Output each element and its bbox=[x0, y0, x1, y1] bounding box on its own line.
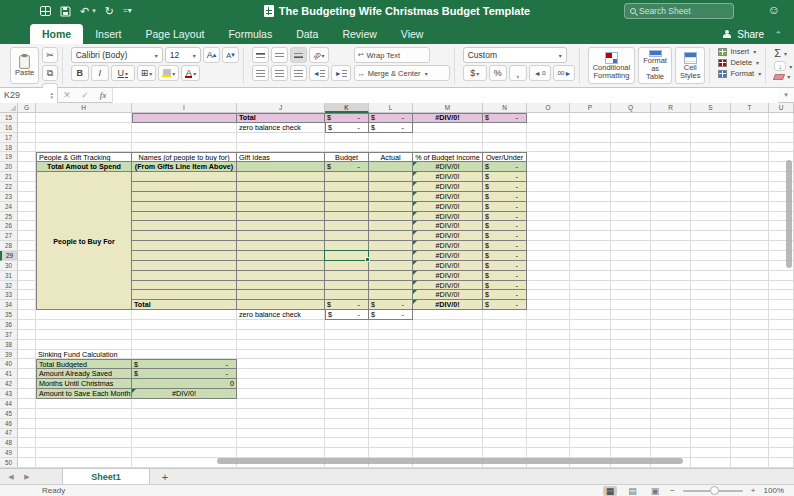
cell-O36[interactable] bbox=[527, 320, 570, 330]
cell-K31[interactable] bbox=[325, 271, 369, 281]
cell-L37[interactable] bbox=[369, 330, 413, 340]
cell-Q39[interactable] bbox=[611, 350, 651, 360]
tab-data[interactable]: Data bbox=[284, 24, 330, 44]
cell-U35[interactable] bbox=[769, 310, 794, 320]
cell-M34[interactable]: #DIV/0! bbox=[413, 300, 483, 310]
cell-T49[interactable] bbox=[731, 448, 769, 458]
cell-M36[interactable] bbox=[413, 320, 483, 330]
cell-I18[interactable] bbox=[132, 143, 237, 153]
collapse-ribbon-icon[interactable]: ⌃ bbox=[774, 30, 782, 40]
cell-O46[interactable] bbox=[527, 419, 570, 429]
cell-J34[interactable] bbox=[237, 300, 325, 310]
cell-S38[interactable] bbox=[691, 340, 731, 350]
cell-J24[interactable] bbox=[237, 202, 325, 212]
cell-P40[interactable] bbox=[570, 359, 611, 369]
column-header-S[interactable]: S bbox=[691, 103, 731, 113]
cell-O40[interactable] bbox=[527, 359, 570, 369]
cell-I32[interactable] bbox=[132, 281, 237, 291]
cell-N46[interactable] bbox=[483, 419, 527, 429]
cell-O25[interactable] bbox=[527, 212, 570, 222]
cell-J35[interactable]: zero balance check bbox=[237, 310, 325, 320]
cell-O30[interactable] bbox=[527, 261, 570, 271]
row-header-46[interactable]: 46 bbox=[0, 419, 18, 429]
cell-M26[interactable]: #DIV/0! bbox=[413, 221, 483, 231]
cell-M39[interactable] bbox=[413, 350, 483, 360]
cell-M31[interactable]: #DIV/0! bbox=[413, 271, 483, 281]
column-header-G[interactable]: G bbox=[18, 103, 36, 113]
cell-G25[interactable] bbox=[18, 212, 36, 222]
cell-I41[interactable]: $- bbox=[132, 369, 237, 379]
cell-T27[interactable] bbox=[731, 231, 769, 241]
cell-T20[interactable] bbox=[731, 162, 769, 172]
cell-U39[interactable] bbox=[769, 350, 794, 360]
cell-S50[interactable] bbox=[691, 458, 731, 468]
bold-button[interactable]: B bbox=[71, 65, 89, 81]
cell-T35[interactable] bbox=[731, 310, 769, 320]
cell-T37[interactable] bbox=[731, 330, 769, 340]
cell-G39[interactable] bbox=[18, 350, 36, 360]
cell-L30[interactable] bbox=[369, 261, 413, 271]
cell-H30[interactable] bbox=[36, 261, 132, 271]
cell-H17[interactable] bbox=[36, 133, 132, 143]
cell-S22[interactable] bbox=[691, 182, 731, 192]
cell-O23[interactable] bbox=[527, 192, 570, 202]
cell-U34[interactable] bbox=[769, 300, 794, 310]
cell-G48[interactable] bbox=[18, 438, 36, 448]
cell-Q32[interactable] bbox=[611, 281, 651, 291]
cell-T30[interactable] bbox=[731, 261, 769, 271]
cell-R48[interactable] bbox=[651, 438, 691, 448]
cell-N27[interactable]: $- bbox=[483, 231, 527, 241]
cell-S33[interactable] bbox=[691, 290, 731, 300]
cell-G27[interactable] bbox=[18, 231, 36, 241]
cell-M42[interactable] bbox=[413, 379, 483, 389]
column-header-T[interactable]: T bbox=[731, 103, 769, 113]
cell-H25[interactable] bbox=[36, 212, 132, 222]
cell-N43[interactable] bbox=[483, 389, 527, 399]
cell-P49[interactable] bbox=[570, 448, 611, 458]
cell-Q43[interactable] bbox=[611, 389, 651, 399]
cell-L49[interactable] bbox=[369, 448, 413, 458]
cell-U49[interactable] bbox=[769, 448, 794, 458]
cell-P36[interactable] bbox=[570, 320, 611, 330]
cell-N19[interactable]: Over/Under bbox=[483, 152, 527, 162]
cell-H48[interactable] bbox=[36, 438, 132, 448]
cell-U18[interactable] bbox=[769, 143, 794, 153]
row-header-15[interactable]: 15 bbox=[0, 113, 18, 123]
cell-K18[interactable] bbox=[325, 143, 369, 153]
cell-S48[interactable] bbox=[691, 438, 731, 448]
cell-R18[interactable] bbox=[651, 143, 691, 153]
cell-S39[interactable] bbox=[691, 350, 731, 360]
cell-R21[interactable] bbox=[651, 172, 691, 182]
row-header-44[interactable]: 44 bbox=[0, 399, 18, 409]
zoom-slider[interactable] bbox=[683, 490, 743, 492]
save-icon[interactable] bbox=[60, 6, 71, 17]
cell-P27[interactable] bbox=[570, 231, 611, 241]
cell-J30[interactable] bbox=[237, 261, 325, 271]
cell-S47[interactable] bbox=[691, 429, 731, 439]
cell-T21[interactable] bbox=[731, 172, 769, 182]
cell-K29[interactable] bbox=[325, 251, 369, 261]
cell-H34[interactable] bbox=[36, 300, 132, 310]
cell-M44[interactable] bbox=[413, 399, 483, 409]
cell-M20[interactable]: #DIV/0! bbox=[413, 162, 483, 172]
zoom-out-icon[interactable]: − bbox=[670, 486, 675, 495]
cell-I16[interactable] bbox=[132, 123, 237, 133]
cell-M18[interactable] bbox=[413, 143, 483, 153]
cell-J36[interactable] bbox=[237, 320, 325, 330]
cell-J44[interactable] bbox=[237, 399, 325, 409]
cell-L41[interactable] bbox=[369, 369, 413, 379]
row-header-36[interactable]: 36 bbox=[0, 320, 18, 330]
cell-S31[interactable] bbox=[691, 271, 731, 281]
cell-G20[interactable] bbox=[18, 162, 36, 172]
cell-J40[interactable] bbox=[237, 359, 325, 369]
cell-T34[interactable] bbox=[731, 300, 769, 310]
page-layout-view-icon[interactable]: ▤ bbox=[625, 486, 640, 496]
cell-G24[interactable] bbox=[18, 202, 36, 212]
cell-K34[interactable]: $- bbox=[325, 300, 369, 310]
cell-M23[interactable]: #DIV/0! bbox=[413, 192, 483, 202]
cell-M40[interactable] bbox=[413, 359, 483, 369]
row-header-20[interactable]: 20 bbox=[0, 162, 18, 172]
cell-H32[interactable] bbox=[36, 281, 132, 291]
cell-S25[interactable] bbox=[691, 212, 731, 222]
name-box-stepper[interactable]: ▴▾ bbox=[50, 91, 53, 99]
